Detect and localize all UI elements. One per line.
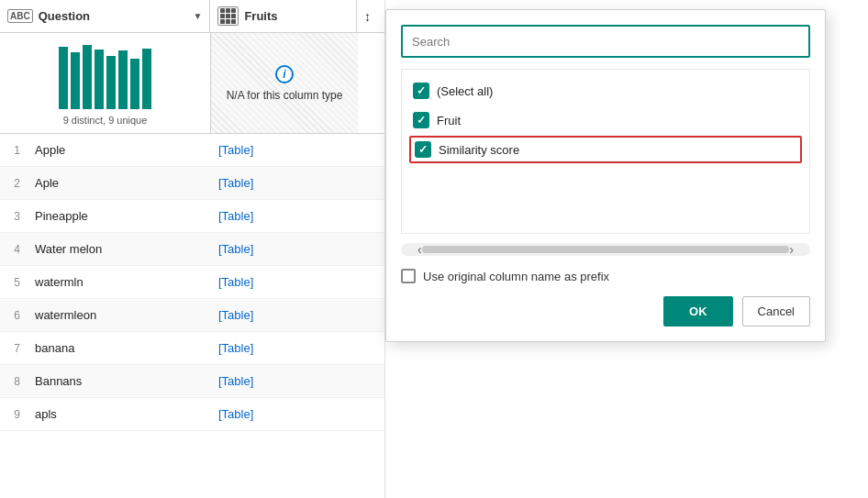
table-row[interactable]: 1 Apple [Table]: [0, 134, 384, 167]
info-icon: i: [275, 65, 294, 83]
row-question: Apple: [28, 143, 211, 157]
table-row[interactable]: 7 banana [Table]: [0, 332, 384, 365]
checkbox-box[interactable]: [415, 141, 431, 158]
row-fruits[interactable]: [Table]: [211, 308, 358, 322]
row-fruits[interactable]: [Table]: [211, 374, 358, 388]
row-question: Bannans: [28, 374, 211, 388]
prefix-checkbox[interactable]: [401, 269, 416, 283]
bar: [130, 59, 139, 109]
row-number: 3: [0, 210, 28, 223]
checkbox-item[interactable]: Fruit: [409, 106, 802, 134]
bar: [59, 47, 68, 109]
cancel-button[interactable]: Cancel: [742, 296, 810, 326]
row-number: 5: [0, 276, 28, 289]
row-number: 6: [0, 309, 28, 322]
row-fruits[interactable]: [Table]: [211, 176, 358, 190]
checkbox-box[interactable]: [413, 112, 429, 128]
checkbox-item[interactable]: (Select all): [409, 77, 802, 105]
row-fruits[interactable]: [Table]: [211, 275, 358, 289]
preview-area: 9 distinct, 9 unique i N/A for this colu…: [0, 33, 384, 134]
col1-dropdown-arrow[interactable]: ▼: [194, 11, 203, 21]
bar-chart: [59, 45, 151, 109]
bar: [142, 49, 151, 109]
bar: [95, 50, 104, 109]
row-question: apls: [28, 407, 211, 421]
dropdown-panel: (Select all) Fruit Similarity score ‹ › …: [385, 9, 826, 342]
checkbox-label: Similarity score: [439, 143, 519, 157]
row-question: Aple: [28, 176, 211, 190]
row-number: 8: [0, 375, 28, 388]
checkbox-list: (Select all) Fruit Similarity score: [401, 69, 810, 234]
table-row[interactable]: 5 watermln [Table]: [0, 266, 384, 299]
col2-label: Fruits: [244, 9, 277, 23]
row-fruits[interactable]: [Table]: [211, 341, 358, 355]
row-fruits[interactable]: [Table]: [211, 407, 358, 421]
checkbox-item[interactable]: Similarity score: [409, 136, 802, 163]
row-question: Pineapple: [28, 209, 211, 223]
grid-type-icon: [217, 6, 239, 26]
table-panel: ABC Question ▼ Fruits ↕: [0, 0, 385, 498]
table-row[interactable]: 2 Aple [Table]: [0, 167, 384, 200]
data-rows: 1 Apple [Table] 2 Aple [Table] 3 Pineapp…: [0, 134, 384, 498]
table-row[interactable]: 9 apls [Table]: [0, 398, 384, 431]
sort-icon: ↕: [364, 9, 371, 24]
row-question: banana: [28, 341, 211, 355]
col-header-question[interactable]: ABC Question ▼: [0, 0, 210, 32]
footer-buttons: OK Cancel: [401, 296, 810, 326]
scrollbar-track[interactable]: [422, 246, 790, 253]
abc-type-icon: ABC: [7, 9, 33, 23]
preview-chart: 9 distinct, 9 unique: [0, 33, 211, 133]
scroll-right-arrow[interactable]: ›: [789, 242, 794, 257]
col1-label: Question: [39, 9, 90, 23]
row-number: 1: [0, 144, 28, 157]
row-fruits[interactable]: [Table]: [211, 209, 358, 223]
scrollbar-area[interactable]: ‹ ›: [401, 243, 810, 256]
table-row[interactable]: 4 Water melon [Table]: [0, 233, 384, 266]
row-number: 7: [0, 342, 28, 355]
search-input[interactable]: [401, 25, 810, 58]
row-number: 9: [0, 408, 28, 421]
bar: [71, 52, 80, 109]
row-question: Water melon: [28, 242, 211, 256]
table-row[interactable]: 3 Pineapple [Table]: [0, 200, 384, 233]
prefix-label: Use original column name as prefix: [423, 270, 609, 283]
ok-button[interactable]: OK: [663, 296, 733, 326]
preview-na: i N/A for this column type: [211, 33, 358, 133]
bar: [118, 50, 128, 109]
row-fruits[interactable]: [Table]: [211, 242, 358, 256]
row-question: watermln: [28, 275, 211, 289]
checkbox-label: Fruit: [437, 114, 461, 127]
prefix-row[interactable]: Use original column name as prefix: [401, 269, 810, 283]
row-fruits[interactable]: [Table]: [211, 143, 358, 157]
row-number: 4: [0, 243, 28, 256]
na-text: N/A for this column type: [227, 89, 343, 102]
preview-label: 9 distinct, 9 unique: [63, 115, 148, 126]
checkbox-label: (Select all): [437, 84, 493, 98]
bar: [106, 56, 116, 109]
table-row[interactable]: 8 Bannans [Table]: [0, 365, 384, 398]
row-question: watermleon: [28, 308, 211, 322]
checkbox-box[interactable]: [413, 83, 429, 99]
row-number: 2: [0, 177, 28, 190]
table-row[interactable]: 6 watermleon [Table]: [0, 299, 384, 332]
col-header-fruits[interactable]: Fruits: [210, 0, 357, 32]
scroll-left-arrow[interactable]: ‹: [417, 242, 422, 257]
bar: [83, 45, 92, 109]
col-sort[interactable]: ↕: [357, 0, 384, 32]
table-header: ABC Question ▼ Fruits ↕: [0, 0, 384, 33]
